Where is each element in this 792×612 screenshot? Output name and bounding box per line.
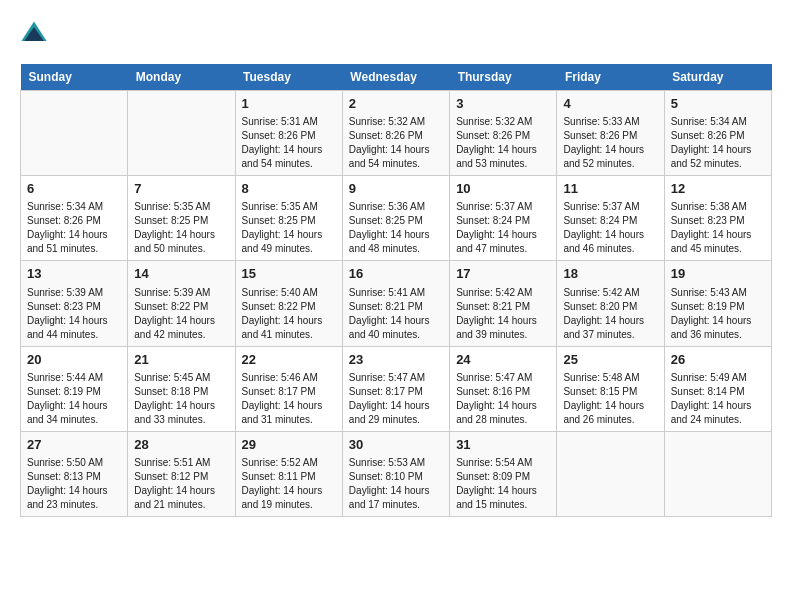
weekday-header-thursday: Thursday: [450, 64, 557, 91]
sun-info: Sunrise: 5:50 AMSunset: 8:13 PMDaylight:…: [27, 456, 121, 512]
sun-info: Sunrise: 5:47 AMSunset: 8:17 PMDaylight:…: [349, 371, 443, 427]
calendar-cell: 17Sunrise: 5:42 AMSunset: 8:21 PMDayligh…: [450, 261, 557, 346]
calendar-cell: 4Sunrise: 5:33 AMSunset: 8:26 PMDaylight…: [557, 91, 664, 176]
calendar-cell: 18Sunrise: 5:42 AMSunset: 8:20 PMDayligh…: [557, 261, 664, 346]
calendar-table: SundayMondayTuesdayWednesdayThursdayFrid…: [20, 64, 772, 517]
day-number: 27: [27, 436, 121, 454]
calendar-week-5: 27Sunrise: 5:50 AMSunset: 8:13 PMDayligh…: [21, 431, 772, 516]
sun-info: Sunrise: 5:42 AMSunset: 8:21 PMDaylight:…: [456, 286, 550, 342]
day-number: 25: [563, 351, 657, 369]
day-number: 26: [671, 351, 765, 369]
sun-info: Sunrise: 5:38 AMSunset: 8:23 PMDaylight:…: [671, 200, 765, 256]
calendar-cell: 13Sunrise: 5:39 AMSunset: 8:23 PMDayligh…: [21, 261, 128, 346]
day-number: 16: [349, 265, 443, 283]
calendar-cell: [128, 91, 235, 176]
day-number: 7: [134, 180, 228, 198]
day-number: 22: [242, 351, 336, 369]
calendar-cell: 23Sunrise: 5:47 AMSunset: 8:17 PMDayligh…: [342, 346, 449, 431]
sun-info: Sunrise: 5:46 AMSunset: 8:17 PMDaylight:…: [242, 371, 336, 427]
day-number: 18: [563, 265, 657, 283]
calendar-week-1: 1Sunrise: 5:31 AMSunset: 8:26 PMDaylight…: [21, 91, 772, 176]
sun-info: Sunrise: 5:34 AMSunset: 8:26 PMDaylight:…: [27, 200, 121, 256]
sun-info: Sunrise: 5:35 AMSunset: 8:25 PMDaylight:…: [242, 200, 336, 256]
calendar-cell: 27Sunrise: 5:50 AMSunset: 8:13 PMDayligh…: [21, 431, 128, 516]
day-number: 31: [456, 436, 550, 454]
day-number: 10: [456, 180, 550, 198]
calendar-cell: 6Sunrise: 5:34 AMSunset: 8:26 PMDaylight…: [21, 176, 128, 261]
day-number: 3: [456, 95, 550, 113]
day-number: 17: [456, 265, 550, 283]
calendar-week-3: 13Sunrise: 5:39 AMSunset: 8:23 PMDayligh…: [21, 261, 772, 346]
calendar-cell: 19Sunrise: 5:43 AMSunset: 8:19 PMDayligh…: [664, 261, 771, 346]
sun-info: Sunrise: 5:49 AMSunset: 8:14 PMDaylight:…: [671, 371, 765, 427]
calendar-week-4: 20Sunrise: 5:44 AMSunset: 8:19 PMDayligh…: [21, 346, 772, 431]
calendar-cell: 28Sunrise: 5:51 AMSunset: 8:12 PMDayligh…: [128, 431, 235, 516]
calendar-cell: 9Sunrise: 5:36 AMSunset: 8:25 PMDaylight…: [342, 176, 449, 261]
sun-info: Sunrise: 5:48 AMSunset: 8:15 PMDaylight:…: [563, 371, 657, 427]
day-number: 12: [671, 180, 765, 198]
calendar-cell: [21, 91, 128, 176]
day-number: 21: [134, 351, 228, 369]
calendar-week-2: 6Sunrise: 5:34 AMSunset: 8:26 PMDaylight…: [21, 176, 772, 261]
day-number: 23: [349, 351, 443, 369]
day-number: 30: [349, 436, 443, 454]
sun-info: Sunrise: 5:32 AMSunset: 8:26 PMDaylight:…: [349, 115, 443, 171]
sun-info: Sunrise: 5:44 AMSunset: 8:19 PMDaylight:…: [27, 371, 121, 427]
calendar-cell: 7Sunrise: 5:35 AMSunset: 8:25 PMDaylight…: [128, 176, 235, 261]
day-number: 24: [456, 351, 550, 369]
day-number: 19: [671, 265, 765, 283]
calendar-cell: 22Sunrise: 5:46 AMSunset: 8:17 PMDayligh…: [235, 346, 342, 431]
sun-info: Sunrise: 5:53 AMSunset: 8:10 PMDaylight:…: [349, 456, 443, 512]
sun-info: Sunrise: 5:40 AMSunset: 8:22 PMDaylight:…: [242, 286, 336, 342]
calendar-cell: 11Sunrise: 5:37 AMSunset: 8:24 PMDayligh…: [557, 176, 664, 261]
calendar-cell: 26Sunrise: 5:49 AMSunset: 8:14 PMDayligh…: [664, 346, 771, 431]
sun-info: Sunrise: 5:39 AMSunset: 8:22 PMDaylight:…: [134, 286, 228, 342]
page-header: [20, 20, 772, 48]
weekday-header-row: SundayMondayTuesdayWednesdayThursdayFrid…: [21, 64, 772, 91]
day-number: 20: [27, 351, 121, 369]
weekday-header-friday: Friday: [557, 64, 664, 91]
day-number: 6: [27, 180, 121, 198]
sun-info: Sunrise: 5:37 AMSunset: 8:24 PMDaylight:…: [563, 200, 657, 256]
day-number: 4: [563, 95, 657, 113]
weekday-header-wednesday: Wednesday: [342, 64, 449, 91]
sun-info: Sunrise: 5:36 AMSunset: 8:25 PMDaylight:…: [349, 200, 443, 256]
day-number: 14: [134, 265, 228, 283]
calendar-cell: 20Sunrise: 5:44 AMSunset: 8:19 PMDayligh…: [21, 346, 128, 431]
day-number: 11: [563, 180, 657, 198]
calendar-cell: 12Sunrise: 5:38 AMSunset: 8:23 PMDayligh…: [664, 176, 771, 261]
calendar-cell: 15Sunrise: 5:40 AMSunset: 8:22 PMDayligh…: [235, 261, 342, 346]
calendar-cell: 8Sunrise: 5:35 AMSunset: 8:25 PMDaylight…: [235, 176, 342, 261]
logo: [20, 20, 52, 48]
calendar-cell: 24Sunrise: 5:47 AMSunset: 8:16 PMDayligh…: [450, 346, 557, 431]
calendar-cell: 29Sunrise: 5:52 AMSunset: 8:11 PMDayligh…: [235, 431, 342, 516]
sun-info: Sunrise: 5:31 AMSunset: 8:26 PMDaylight:…: [242, 115, 336, 171]
sun-info: Sunrise: 5:35 AMSunset: 8:25 PMDaylight:…: [134, 200, 228, 256]
calendar-cell: [664, 431, 771, 516]
day-number: 5: [671, 95, 765, 113]
sun-info: Sunrise: 5:34 AMSunset: 8:26 PMDaylight:…: [671, 115, 765, 171]
calendar-cell: 3Sunrise: 5:32 AMSunset: 8:26 PMDaylight…: [450, 91, 557, 176]
sun-info: Sunrise: 5:45 AMSunset: 8:18 PMDaylight:…: [134, 371, 228, 427]
sun-info: Sunrise: 5:32 AMSunset: 8:26 PMDaylight:…: [456, 115, 550, 171]
weekday-header-tuesday: Tuesday: [235, 64, 342, 91]
calendar-cell: 1Sunrise: 5:31 AMSunset: 8:26 PMDaylight…: [235, 91, 342, 176]
sun-info: Sunrise: 5:52 AMSunset: 8:11 PMDaylight:…: [242, 456, 336, 512]
calendar-cell: 30Sunrise: 5:53 AMSunset: 8:10 PMDayligh…: [342, 431, 449, 516]
sun-info: Sunrise: 5:41 AMSunset: 8:21 PMDaylight:…: [349, 286, 443, 342]
sun-info: Sunrise: 5:43 AMSunset: 8:19 PMDaylight:…: [671, 286, 765, 342]
sun-info: Sunrise: 5:33 AMSunset: 8:26 PMDaylight:…: [563, 115, 657, 171]
day-number: 8: [242, 180, 336, 198]
day-number: 1: [242, 95, 336, 113]
calendar-cell: 2Sunrise: 5:32 AMSunset: 8:26 PMDaylight…: [342, 91, 449, 176]
calendar-cell: 16Sunrise: 5:41 AMSunset: 8:21 PMDayligh…: [342, 261, 449, 346]
weekday-header-saturday: Saturday: [664, 64, 771, 91]
calendar-cell: 10Sunrise: 5:37 AMSunset: 8:24 PMDayligh…: [450, 176, 557, 261]
calendar-cell: 14Sunrise: 5:39 AMSunset: 8:22 PMDayligh…: [128, 261, 235, 346]
sun-info: Sunrise: 5:47 AMSunset: 8:16 PMDaylight:…: [456, 371, 550, 427]
calendar-cell: 25Sunrise: 5:48 AMSunset: 8:15 PMDayligh…: [557, 346, 664, 431]
day-number: 9: [349, 180, 443, 198]
day-number: 13: [27, 265, 121, 283]
calendar-cell: [557, 431, 664, 516]
logo-icon: [20, 20, 48, 48]
